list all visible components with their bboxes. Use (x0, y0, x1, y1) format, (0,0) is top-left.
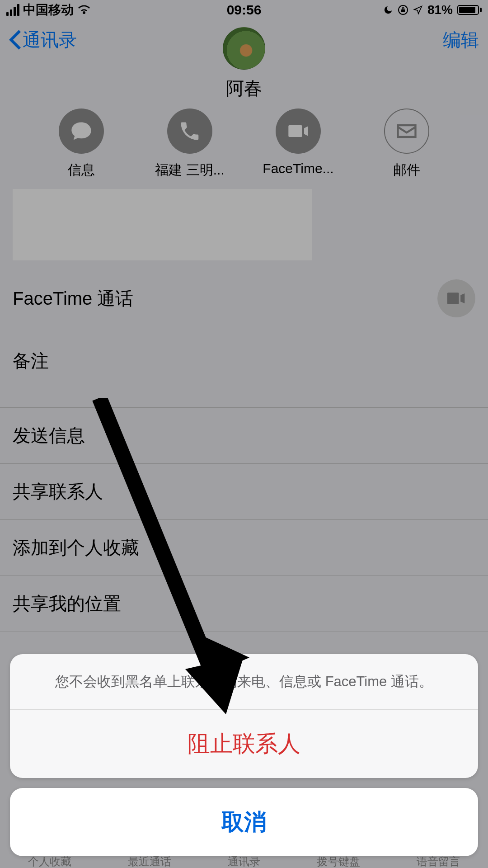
action-sheet: 您不会收到黑名单上联系人的来电、信息或 FaceTime 通话。 阻止联系人 取… (10, 654, 478, 856)
block-contact-button[interactable]: 阻止联系人 (10, 710, 478, 778)
cancel-button[interactable]: 取消 (10, 788, 478, 856)
sheet-message: 您不会收到黑名单上联系人的来电、信息或 FaceTime 通话。 (10, 654, 478, 710)
